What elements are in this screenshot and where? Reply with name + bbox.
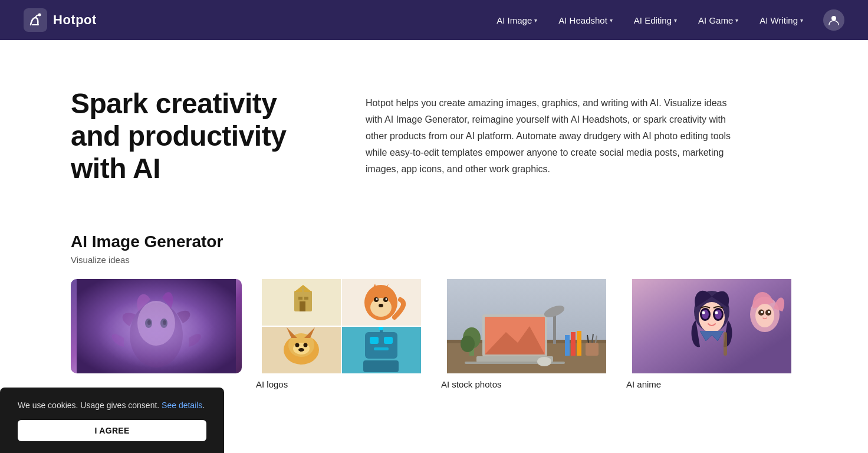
chevron-down-icon: ▾ [735, 17, 738, 24]
svg-rect-84 [724, 332, 727, 356]
svg-point-74 [761, 311, 763, 313]
card-label-logos: AI logos [256, 379, 288, 389]
svg-point-9 [163, 320, 166, 325]
card-image-anime [626, 279, 797, 373]
nav-item-ai-writing[interactable]: AI Writing ▾ [751, 11, 811, 30]
image-generator-section: AI Image Generator Visualize ideas [0, 221, 868, 413]
svg-point-36 [298, 348, 304, 352]
user-account-button[interactable] [823, 9, 844, 31]
svg-rect-15 [300, 301, 305, 311]
svg-rect-60 [577, 331, 581, 356]
card-anime[interactable]: AI anime [626, 279, 797, 390]
card-image-stock [441, 279, 612, 373]
hero-description: Hotpot helps you create amazing images, … [366, 95, 743, 178]
svg-point-27 [379, 304, 383, 307]
svg-point-35 [304, 343, 308, 347]
svg-rect-38 [365, 332, 397, 359]
svg-point-81 [715, 310, 722, 319]
chevron-down-icon: ▾ [674, 17, 677, 24]
svg-rect-14 [304, 297, 308, 300]
nav-item-ai-editing[interactable]: AI Editing ▾ [626, 11, 685, 30]
card-label-stock: AI stock photos [441, 379, 502, 389]
svg-point-26 [386, 298, 387, 300]
chevron-down-icon: ▾ [610, 17, 613, 24]
svg-rect-13 [298, 297, 303, 300]
hero-title: Spark creativity and productivity with A… [71, 87, 318, 185]
svg-point-6 [145, 319, 152, 328]
navigation: Hotpot AI Image ▾ AI Headshot ▾ AI Editi… [0, 0, 868, 40]
card-stock[interactable]: AI stock photos [441, 279, 612, 390]
svg-rect-65 [586, 343, 599, 356]
svg-point-8 [147, 320, 151, 325]
svg-point-2 [831, 16, 836, 21]
svg-point-34 [295, 343, 300, 347]
svg-point-5 [137, 301, 175, 346]
brand-name: Hotpot [53, 12, 97, 28]
svg-point-71 [755, 304, 774, 327]
cookie-banner: We use cookies. Usage gives consent. See… [0, 388, 224, 413]
section-subtitle: Visualize ideas [71, 255, 797, 265]
svg-point-25 [376, 298, 378, 300]
svg-point-4 [130, 303, 183, 367]
logo-link[interactable]: Hotpot [24, 8, 97, 32]
card-logos[interactable]: AI logos [256, 279, 427, 390]
svg-rect-59 [571, 332, 576, 356]
nav-item-ai-image[interactable]: AI Image ▾ [488, 11, 545, 30]
svg-rect-58 [565, 335, 570, 356]
svg-rect-41 [374, 347, 389, 350]
card-image-logos [256, 279, 427, 373]
svg-point-7 [160, 319, 167, 328]
svg-point-75 [768, 311, 770, 313]
svg-point-80 [702, 310, 709, 319]
svg-rect-39 [370, 337, 379, 344]
nav-links: AI Image ▾ AI Headshot ▾ AI Editing ▾ AI… [488, 9, 844, 31]
cards-grid: AI logos [71, 279, 797, 390]
svg-point-83 [715, 311, 718, 314]
svg-point-64 [461, 336, 475, 352]
svg-rect-40 [384, 337, 393, 344]
card-label-anime: AI anime [626, 379, 661, 389]
chevron-down-icon: ▾ [800, 17, 803, 24]
hero-section: Spark creativity and productivity with A… [0, 40, 868, 221]
chevron-down-icon: ▾ [534, 17, 537, 24]
nav-item-ai-game[interactable]: AI Game ▾ [690, 11, 747, 30]
svg-point-82 [702, 311, 705, 314]
user-icon [828, 14, 840, 26]
hero-right: Hotpot helps you create amazing images, … [366, 95, 743, 178]
svg-rect-0 [24, 8, 47, 32]
svg-rect-3 [77, 279, 236, 373]
card-fantasy[interactable] [71, 279, 242, 390]
svg-point-1 [38, 14, 41, 17]
logo-icon [24, 8, 47, 32]
hero-left: Spark creativity and productivity with A… [71, 87, 318, 185]
nav-item-ai-headshot[interactable]: AI Headshot ▾ [550, 11, 621, 30]
cookie-message: We use cookies. Usage gives consent. See… [18, 399, 206, 412]
cookie-details-link[interactable]: See details [162, 401, 202, 410]
svg-rect-17 [301, 289, 305, 290]
svg-rect-44 [363, 360, 399, 372]
card-image-fantasy [71, 279, 242, 373]
section-title: AI Image Generator [71, 232, 797, 251]
svg-point-61 [537, 357, 551, 366]
